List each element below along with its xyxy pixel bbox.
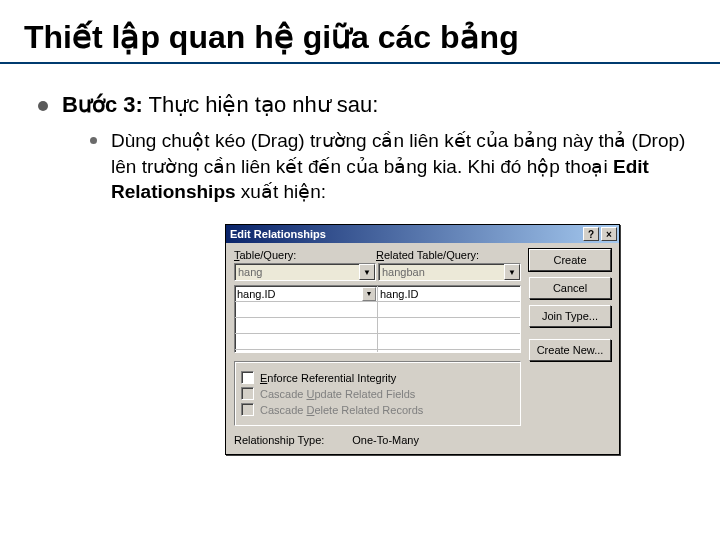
grid-cell-right-1[interactable]: hang.ID (378, 286, 520, 302)
field-mapping-grid[interactable]: hang.ID ▼ hang.ID (234, 285, 521, 353)
related-table-label: Related Table/Query: (376, 249, 521, 263)
right-table-combo[interactable]: hangban ▼ (378, 263, 521, 281)
join-type-button[interactable]: Join Type... (529, 305, 611, 327)
grid-left-value: hang.ID (237, 286, 276, 302)
left-table-value: hang (238, 266, 262, 278)
sub-text-2: xuất hiện: (236, 181, 327, 202)
grid-cell-left-4[interactable] (235, 334, 377, 350)
bullet-level1: Bước 3: Thực hiện tạo như sau: (38, 92, 702, 118)
bullet-dot-icon (38, 101, 48, 111)
relationship-type-value: One-To-Many (352, 434, 419, 446)
create-new-button[interactable]: Create New... (529, 339, 611, 361)
grid-right-value: hang.ID (380, 286, 419, 302)
integrity-group: Enforce Referential Integrity Cascade Up… (234, 361, 521, 426)
bullet-level2: Dùng chuột kéo (Drag) trường cần liên kế… (90, 128, 702, 205)
enforce-label: Enforce Referential Integrity (260, 372, 396, 384)
cancel-button[interactable]: Cancel (529, 277, 611, 299)
grid-cell-right-4[interactable] (378, 334, 520, 350)
right-table-value: hangban (382, 266, 425, 278)
cascade-update-label: Cascade Update Related Fields (260, 388, 415, 400)
checkbox-disabled-icon (241, 387, 254, 400)
table-query-label: Table/Query: (234, 249, 376, 263)
slide-title: Thiết lập quan hệ giữa các bảng (0, 0, 720, 62)
checkbox-icon[interactable] (241, 371, 254, 384)
grid-cell-right-3[interactable] (378, 318, 520, 334)
help-button[interactable]: ? (583, 227, 599, 241)
grid-cell-left-1[interactable]: hang.ID ▼ (235, 286, 377, 302)
grid-cell-right-2[interactable] (378, 302, 520, 318)
slide-content: Bước 3: Thực hiện tạo như sau: Dùng chuộ… (0, 64, 720, 205)
cascade-update-row: Cascade Update Related Fields (241, 387, 514, 400)
enforce-integrity-row[interactable]: Enforce Referential Integrity (241, 371, 514, 384)
checkbox-disabled-icon (241, 403, 254, 416)
dialog-titlebar[interactable]: Edit Relationships ? × (226, 225, 619, 243)
sub-text-1: Dùng chuột kéo (Drag) trường cần liên kế… (111, 130, 685, 177)
relationship-type-row: Relationship Type: One-To-Many (234, 434, 521, 446)
dialog-title: Edit Relationships (230, 228, 581, 240)
left-table-combo[interactable]: hang ▼ (234, 263, 376, 281)
step-text: Thực hiện tạo như sau: (143, 92, 379, 117)
dropdown-arrow-icon[interactable]: ▼ (359, 264, 375, 280)
cascade-delete-label: Cascade Delete Related Records (260, 404, 423, 416)
bullet-dot-small-icon (90, 137, 97, 144)
dropdown-arrow-icon[interactable]: ▼ (504, 264, 520, 280)
dropdown-arrow-icon[interactable]: ▼ (362, 287, 376, 301)
step-label: Bước 3: (62, 92, 143, 117)
cascade-delete-row: Cascade Delete Related Records (241, 403, 514, 416)
relationship-type-label: Relationship Type: (234, 434, 324, 446)
close-button[interactable]: × (601, 227, 617, 241)
create-button[interactable]: Create (529, 249, 611, 271)
edit-relationships-dialog: Edit Relationships ? × Table/Query: Rela… (225, 224, 620, 455)
grid-cell-left-2[interactable] (235, 302, 377, 318)
grid-cell-left-3[interactable] (235, 318, 377, 334)
